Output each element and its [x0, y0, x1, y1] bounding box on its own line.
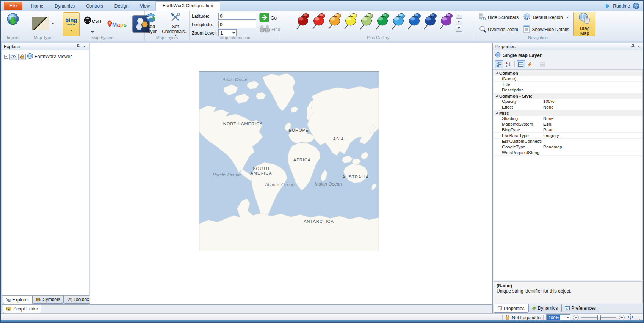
pushpin-dark-red[interactable] — [295, 12, 310, 32]
default-region-dropdown-icon[interactable] — [566, 17, 569, 18]
pushpin-yellow[interactable] — [342, 12, 358, 32]
tree-expander-icon[interactable]: + — [4, 55, 8, 59]
properties-close-icon[interactable]: × — [636, 44, 642, 49]
login-status[interactable]: Not Logged In — [512, 315, 541, 320]
pushpin-dark-blue[interactable] — [422, 12, 438, 32]
statusbar-separator — [502, 315, 503, 320]
tab-dynamics[interactable]: Dynamics — [528, 304, 561, 312]
esri-dropdown-icon[interactable] — [91, 31, 94, 33]
window-bottom-edge — [1, 320, 643, 322]
lock-icon[interactable] — [18, 54, 26, 60]
details-list-icon — [523, 25, 530, 34]
zoom-in-button[interactable]: + — [619, 315, 625, 320]
design-canvas[interactable]: Arctic OceanNORTH AMERICAEUROPEASIAAFRIC… — [90, 43, 492, 304]
alphabetical-sort-icon[interactable]: AZ — [504, 60, 512, 68]
pushpin-light-green[interactable] — [358, 12, 374, 32]
property-category-common[interactable]: ◢Common — [494, 70, 642, 76]
go-button[interactable]: Go — [259, 13, 280, 24]
ribbon-tab-file[interactable]: File — [4, 2, 22, 10]
runtime-label[interactable]: Runtime — [613, 3, 630, 9]
default-region-button[interactable]: Default Region — [523, 13, 569, 22]
ribbon-tab-view[interactable]: View — [134, 2, 155, 11]
property-row-opacity[interactable]: Opacity100% — [494, 99, 642, 104]
ribbon: Import Map Type bing maps — [1, 11, 643, 41]
tab-symbols[interactable]: Symbols — [33, 296, 64, 304]
property-row-name[interactable]: (Name) — [494, 76, 642, 82]
runtime-play-icon[interactable] — [606, 3, 610, 9]
ribbon-tab-controls[interactable]: Controls — [80, 2, 109, 11]
zoom-out-button[interactable]: − — [573, 315, 579, 320]
gallery-scroll-up-icon[interactable]: ▲ — [456, 12, 462, 19]
zoom-slider-thumb[interactable] — [597, 315, 601, 320]
show-hide-details-button[interactable]: Show/Hide Details — [523, 25, 569, 34]
pushpin-blue[interactable] — [406, 12, 422, 32]
map-labels-layer: Arctic OceanNORTH AMERICAEUROPEASIAAFRIC… — [199, 72, 379, 252]
property-row-esricustomconnection[interactable]: EsriCustomConnection — [494, 139, 642, 144]
property-row-title[interactable]: Title — [494, 82, 642, 87]
tab-explorer[interactable]: Explorer — [3, 296, 33, 304]
property-row-wmsrequeststring[interactable]: WmsRequestString — [494, 150, 642, 156]
help-icon[interactable]: ? — [633, 3, 639, 9]
drag-map-button[interactable]: Drag Map — [573, 12, 595, 36]
ribbon-tab-home[interactable]: Home — [25, 2, 49, 11]
property-category-common-style[interactable]: ◢Common - Style — [494, 93, 642, 99]
map-label-asia: ASIA — [333, 137, 344, 141]
bing-dropdown-icon[interactable] — [70, 30, 73, 31]
resize-grip[interactable] — [637, 315, 642, 320]
property-row-bingtype[interactable]: BingTypeRoad — [494, 127, 642, 133]
ribbon-tab-design[interactable]: Design — [109, 2, 134, 11]
globe-icon — [27, 53, 33, 60]
hide-scrollbars-button[interactable]: Hide Scrollbars — [479, 13, 519, 22]
map-label-africa: AFRICA — [293, 158, 311, 162]
zoom-combo-dropdown-icon[interactable] — [567, 317, 569, 318]
find-button[interactable]: Find — [259, 25, 280, 34]
explorer-close-icon[interactable]: × — [81, 44, 87, 49]
map-label-europe: EUROPE — [289, 128, 309, 132]
property-row-effect[interactable]: EffectNone — [494, 104, 642, 110]
tab-properties[interactable]: Properties — [494, 304, 528, 313]
gallery-expand-icon[interactable]: ▼ — [456, 25, 462, 32]
group-map-layers: AddLayer SetCredentials... Map — [145, 11, 190, 41]
esri-button[interactable]: esri — [82, 12, 103, 36]
bing-maps-button[interactable]: bing maps — [63, 12, 80, 36]
tab-toolbox[interactable]: Toolbox — [64, 296, 92, 304]
override-zoom-button[interactable]: Override Zoom — [479, 25, 519, 34]
google-maps-button[interactable]: Maps — [105, 12, 128, 36]
property-row-shading[interactable]: ShadingNone — [494, 116, 642, 121]
pushpin-purple[interactable] — [438, 12, 454, 32]
map-type-thumbnail[interactable] — [32, 17, 49, 30]
longitude-input[interactable] — [218, 21, 256, 28]
zoom-level-dropdown-icon[interactable] — [232, 32, 235, 34]
ribbon-tab-dynamics[interactable]: Dynamics — [49, 2, 80, 11]
visibility-eye-icon[interactable] — [9, 54, 17, 60]
property-pages-icon[interactable] — [538, 60, 547, 68]
property-row-esribasetype[interactable]: EsriBaseTypeImagery — [494, 133, 642, 139]
group-label-map-information: Map Information — [190, 35, 281, 40]
map-type-dropdown-icon[interactable] — [51, 23, 54, 24]
tree-item-earthworx-viewer[interactable]: + EarthWorX Viewer — [2, 50, 89, 60]
pushpin-green[interactable] — [374, 12, 390, 32]
tab-preferences[interactable]: Preferences — [561, 304, 599, 312]
pushpin-orange[interactable] — [326, 12, 342, 32]
property-category-misc[interactable]: ◢Misc — [494, 110, 642, 116]
binoculars-icon — [259, 25, 270, 34]
set-credentials-button[interactable]: SetCredentials... — [160, 12, 191, 37]
property-row-description[interactable]: Description — [494, 87, 642, 93]
properties-view-icon[interactable] — [517, 60, 525, 68]
ribbon-tab-earthworx-configuration[interactable]: EarthWorX Configuration — [155, 1, 220, 11]
pushpin-red[interactable] — [310, 12, 326, 32]
add-layer-button[interactable]: AddLayer — [143, 12, 158, 35]
latitude-input[interactable] — [218, 13, 256, 20]
pushpin-light-blue[interactable] — [390, 12, 406, 32]
gallery-scroll-down-icon[interactable]: ▼ — [456, 18, 462, 25]
explorer-pin-icon[interactable] — [75, 44, 81, 49]
map-viewer[interactable]: Arctic OceanNORTH AMERICAEUROPEASIAAFRIC… — [199, 71, 379, 251]
properties-pin-icon[interactable] — [630, 44, 636, 49]
import-button[interactable] — [4, 12, 22, 29]
categorized-view-icon[interactable] — [495, 60, 503, 68]
group-navigation: Hide Scrollbars Override Zoom De — [475, 11, 600, 41]
tab-script-editor[interactable]: ZScript Editor — [3, 305, 41, 313]
events-lightning-icon[interactable] — [526, 60, 534, 68]
property-row-mappingsystem[interactable]: MappingSystemEsri — [494, 121, 642, 127]
property-row-googletype[interactable]: GoogleTypeRoadmap — [494, 144, 642, 150]
